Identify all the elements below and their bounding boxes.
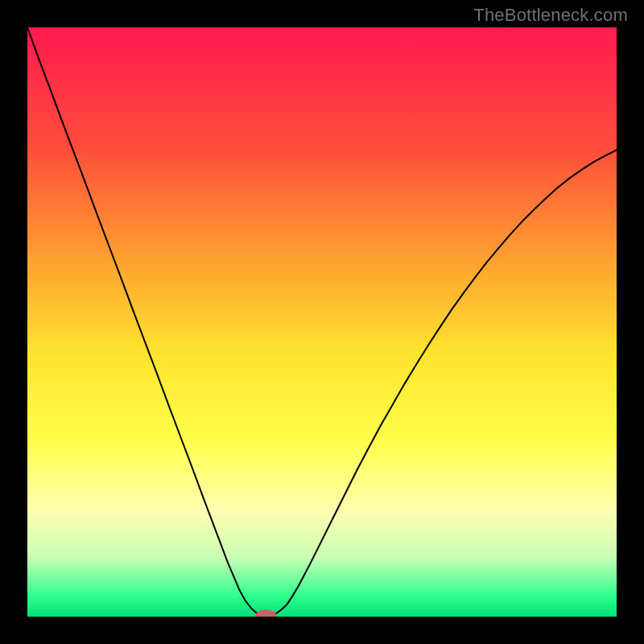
plot-area	[27, 27, 617, 617]
chart-frame: TheBottleneck.com	[0, 0, 644, 644]
chart-svg	[27, 27, 617, 617]
gradient-background	[27, 27, 617, 617]
watermark-text: TheBottleneck.com	[473, 5, 628, 26]
